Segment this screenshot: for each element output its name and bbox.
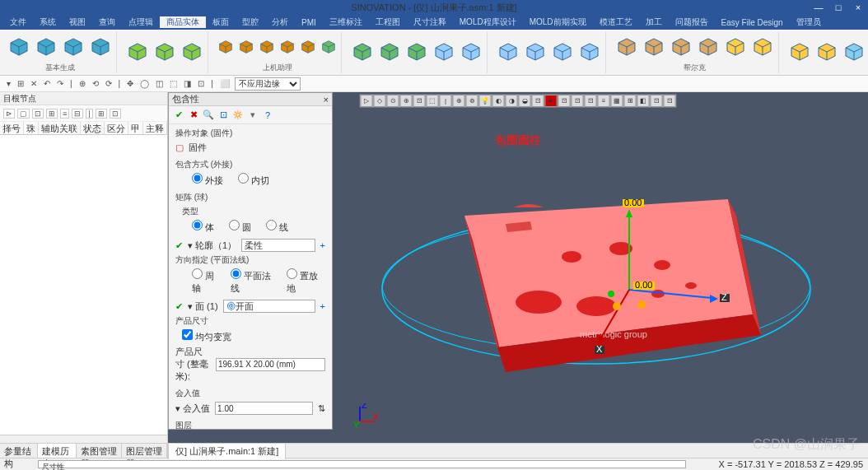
left-tab-3[interactable]: 图层管理器 (122, 444, 167, 458)
stepper-icon[interactable]: ⇅ (318, 403, 325, 414)
vp-tb-11[interactable]: ◑ (506, 95, 518, 107)
tb2-btn-1[interactable]: ⊞ (16, 79, 26, 88)
radio-normal[interactable]: 平面法线 (231, 268, 278, 295)
ribbon-btn-6-1[interactable] (814, 40, 839, 64)
menu-10[interactable]: 三维标注 (323, 16, 369, 28)
tb2-btn-2[interactable]: ✕ (29, 79, 39, 88)
menu-11[interactable]: 工程图 (369, 16, 407, 28)
menu-19[interactable]: 管理员 (790, 16, 828, 28)
ribbon-btn-4-2[interactable] (550, 40, 575, 64)
menu-5[interactable]: 商品实体 (160, 16, 206, 28)
ribbon-btn-2-0[interactable] (217, 38, 235, 56)
tb2-btn-14[interactable]: ◨ (182, 79, 193, 88)
tb2-btn-17[interactable]: ⬜ (218, 79, 231, 88)
prop-tb-5[interactable]: ▾ (246, 109, 259, 122)
edge-mode-select[interactable]: 不应用边缘 (235, 77, 301, 91)
tb2-btn-6[interactable]: ⊕ (77, 79, 87, 88)
size-input[interactable] (216, 358, 325, 371)
model-view[interactable]: metrologic group 0.00 0.00 X Z (366, 158, 827, 389)
tb2-btn-16[interactable]: | (209, 79, 215, 88)
left-tab-2[interactable]: 素图管理器 (77, 444, 122, 458)
radio-line[interactable]: 线 (266, 220, 288, 234)
menu-8[interactable]: 分析 (265, 16, 295, 28)
ribbon-btn-5-5[interactable] (750, 35, 775, 59)
tb2-btn-12[interactable]: ◫ (154, 79, 165, 88)
ribbon-btn-3-3[interactable] (432, 40, 456, 64)
vp-tb-0[interactable]: ▷ (361, 95, 373, 107)
vp-tb-18[interactable]: ≡ (598, 95, 610, 107)
vp-tb-21[interactable]: ◧ (637, 95, 650, 107)
vp-tb-15[interactable]: ⊡ (558, 95, 571, 107)
tb2-btn-9[interactable]: | (117, 79, 123, 88)
tb2-btn-10[interactable]: ✥ (125, 79, 135, 88)
ribbon-btn-2-2[interactable] (258, 38, 276, 56)
vp-tb-20[interactable]: ⊞ (624, 95, 637, 107)
ribbon-btn-3-0[interactable] (350, 40, 375, 64)
menu-15[interactable]: 模道工艺 (593, 16, 639, 28)
vp-tb-7[interactable]: ⊕ (453, 95, 465, 107)
ribbon-btn-1-1[interactable] (152, 40, 177, 64)
tb2-btn-4[interactable]: ↷ (55, 79, 65, 88)
ribbon-btn-5-2[interactable] (669, 35, 693, 59)
left-tb-1[interactable]: ▢ (17, 109, 30, 119)
tb2-btn-8[interactable]: ⟳ (104, 79, 114, 88)
ribbon-btn-6-0[interactable] (787, 40, 812, 64)
ribbon-btn-3-4[interactable] (459, 40, 483, 64)
ribbon-btn-5-4[interactable] (723, 35, 748, 59)
menu-4[interactable]: 点理辑 (122, 16, 160, 28)
uniform-check[interactable]: 均匀变宽 (175, 332, 231, 342)
radio-inner[interactable]: 内切 (238, 173, 269, 187)
tb2-btn-11[interactable]: ◯ (138, 79, 151, 88)
ribbon-btn-4-1[interactable] (523, 40, 548, 64)
ribbon-btn-4-0[interactable] (496, 40, 520, 64)
left-col-6[interactable]: 主释 (143, 122, 167, 134)
ribbon-btn-2-5[interactable] (320, 38, 338, 56)
vp-tb-12[interactable]: ◒ (519, 95, 531, 107)
ribbon-btn-1-2[interactable] (180, 40, 204, 64)
tb2-btn-7[interactable]: ⟲ (91, 79, 100, 88)
menu-3[interactable]: 查询 (92, 16, 122, 28)
left-col-5[interactable]: 甲 (128, 122, 143, 134)
radio-circle[interactable]: 圆 (229, 220, 251, 234)
vp-tb-2[interactable]: ⊙ (387, 95, 399, 107)
vp-tb-9[interactable]: 💡 (479, 95, 492, 107)
left-tb-0[interactable]: ⊳ (3, 109, 15, 119)
menu-13[interactable]: MOLD程库设计 (453, 16, 523, 28)
tb2-btn-15[interactable]: ⊡ (196, 79, 206, 88)
maximize-button[interactable]: □ (828, 2, 848, 12)
menu-18[interactable]: Easy File Design (715, 18, 790, 27)
ribbon-btn-0-3[interactable] (88, 35, 113, 59)
radio-axis[interactable]: 周轴 (192, 268, 222, 295)
round-input[interactable] (215, 402, 313, 415)
menu-16[interactable]: 加工 (639, 16, 669, 28)
prop-tb-1[interactable]: ✖ (187, 109, 200, 122)
vp-tb-14[interactable]: ● (545, 95, 558, 107)
scrollbar-h[interactable] (0, 435, 167, 443)
left-col-0[interactable]: 择号 (0, 122, 24, 134)
left-tab-0[interactable]: 参量结构 (0, 444, 38, 458)
vp-tb-6[interactable]: | (440, 95, 452, 107)
prop-tb-2[interactable]: 🔍 (202, 109, 215, 122)
menu-17[interactable]: 问题报告 (669, 16, 715, 28)
ribbon-btn-4-3[interactable] (577, 40, 602, 64)
ribbon-btn-5-3[interactable] (696, 35, 721, 59)
tb2-btn-0[interactable]: ▾ (5, 79, 12, 88)
menu-0[interactable]: 文件 (3, 16, 33, 28)
left-tb-2[interactable]: ⊡ (32, 109, 44, 119)
ribbon-btn-5-1[interactable] (642, 35, 666, 59)
profile-field[interactable]: 柔性 (241, 239, 315, 252)
radio-body[interactable]: 体 (192, 220, 214, 234)
left-tb-3[interactable]: ⊞ (46, 109, 58, 119)
ribbon-btn-0-2[interactable] (61, 35, 86, 59)
tb2-btn-3[interactable]: ↶ (42, 79, 52, 88)
menu-2[interactable]: 视图 (63, 16, 92, 28)
ribbon-btn-6-2[interactable] (842, 40, 866, 64)
vp-tb-19[interactable]: ▦ (611, 95, 623, 107)
close-button[interactable]: × (848, 2, 868, 12)
menu-14[interactable]: MOLD前期实现 (523, 16, 593, 28)
vp-tb-17[interactable]: ⊡ (585, 95, 597, 107)
ribbon-btn-1-0[interactable] (125, 40, 150, 64)
prop-close-icon[interactable]: × (324, 95, 329, 105)
left-col-3[interactable]: 状态 (81, 122, 105, 134)
prop-tb-0[interactable]: ✔ (172, 109, 185, 122)
